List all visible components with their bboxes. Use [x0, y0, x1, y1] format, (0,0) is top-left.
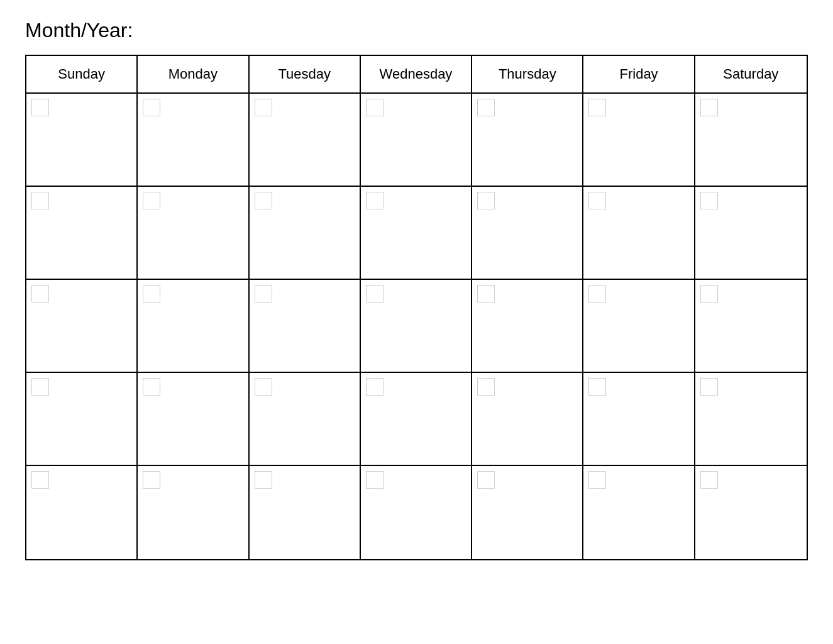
calendar-cell[interactable] [583, 466, 695, 559]
date-box [588, 192, 606, 209]
date-box [255, 285, 272, 303]
date-box [31, 99, 49, 116]
calendar-cell[interactable] [583, 280, 695, 372]
calendar-cell[interactable] [695, 94, 807, 186]
date-box [477, 285, 495, 303]
date-box [588, 99, 606, 116]
calendar-cell[interactable] [472, 94, 583, 186]
date-box [477, 471, 495, 489]
date-box [31, 471, 49, 489]
date-box [588, 471, 606, 489]
date-box [143, 192, 160, 209]
calendar-cell[interactable] [250, 94, 361, 186]
calendar-cell[interactable] [361, 187, 472, 279]
date-box [143, 378, 160, 396]
calendar-cell[interactable] [361, 94, 472, 186]
date-box [477, 99, 495, 116]
date-box [31, 192, 49, 209]
calendar-cell[interactable] [250, 280, 361, 372]
day-header-friday: Friday [583, 56, 695, 92]
day-header-saturday: Saturday [695, 56, 807, 92]
date-box [366, 471, 383, 489]
date-box [143, 285, 160, 303]
calendar-cell[interactable] [138, 466, 249, 559]
date-box [477, 378, 495, 396]
calendar-cell[interactable] [138, 187, 249, 279]
calendar-header: Sunday Monday Tuesday Wednesday Thursday… [26, 56, 807, 94]
day-header-wednesday: Wednesday [361, 56, 472, 92]
date-box [255, 378, 272, 396]
day-header-thursday: Thursday [472, 56, 583, 92]
date-box [700, 285, 718, 303]
calendar-cell[interactable] [26, 373, 138, 465]
date-box [31, 285, 49, 303]
date-box [588, 378, 606, 396]
calendar-cell[interactable] [695, 280, 807, 372]
date-box [477, 192, 495, 209]
calendar-cell[interactable] [361, 280, 472, 372]
date-box [700, 471, 718, 489]
calendar-cell[interactable] [695, 466, 807, 559]
date-box [143, 99, 160, 116]
date-box [700, 192, 718, 209]
calendar-cell[interactable] [695, 187, 807, 279]
calendar-cell[interactable] [583, 187, 695, 279]
calendar-row [26, 373, 807, 466]
calendar-cell[interactable] [361, 466, 472, 559]
date-box [700, 99, 718, 116]
day-header-tuesday: Tuesday [250, 56, 361, 92]
date-box [255, 99, 272, 116]
calendar-cell[interactable] [695, 373, 807, 465]
calendar-cell[interactable] [138, 280, 249, 372]
date-box [143, 471, 160, 489]
calendar-cell[interactable] [583, 373, 695, 465]
calendar-cell[interactable] [26, 280, 138, 372]
date-box [255, 192, 272, 209]
calendar-row [26, 466, 807, 559]
date-box [588, 285, 606, 303]
calendar: Sunday Monday Tuesday Wednesday Thursday… [25, 55, 808, 560]
calendar-cell[interactable] [250, 373, 361, 465]
date-box [366, 99, 383, 116]
date-box [700, 378, 718, 396]
day-header-sunday: Sunday [26, 56, 138, 92]
calendar-cell[interactable] [26, 466, 138, 559]
calendar-cell[interactable] [583, 94, 695, 186]
calendar-cell[interactable] [472, 280, 583, 372]
page-title: Month/Year: [25, 19, 808, 42]
day-header-monday: Monday [138, 56, 249, 92]
date-box [366, 378, 383, 396]
calendar-row [26, 94, 807, 187]
calendar-body [26, 94, 807, 559]
calendar-cell[interactable] [26, 94, 138, 186]
calendar-cell[interactable] [472, 466, 583, 559]
calendar-cell[interactable] [26, 187, 138, 279]
calendar-row [26, 187, 807, 280]
calendar-cell[interactable] [361, 373, 472, 465]
calendar-cell[interactable] [250, 466, 361, 559]
calendar-cell[interactable] [250, 187, 361, 279]
calendar-cell[interactable] [472, 187, 583, 279]
date-box [366, 192, 383, 209]
date-box [366, 285, 383, 303]
calendar-row [26, 280, 807, 373]
date-box [255, 471, 272, 489]
calendar-cell[interactable] [472, 373, 583, 465]
calendar-cell[interactable] [138, 94, 249, 186]
date-box [31, 378, 49, 396]
calendar-cell[interactable] [138, 373, 249, 465]
